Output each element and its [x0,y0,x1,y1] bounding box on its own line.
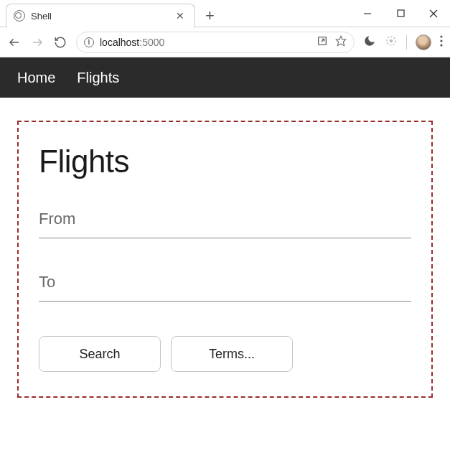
terms-button[interactable]: Terms... [171,336,293,372]
content-area: Flights From To Search Terms... [0,98,450,421]
nav-flights[interactable]: Flights [77,70,119,86]
window-controls [351,0,450,27]
toolbar-divider [406,35,407,50]
svg-point-10 [440,35,442,37]
app-navbar: Home Flights [0,57,450,98]
search-button[interactable]: Search [39,336,161,372]
bookmark-star-icon[interactable] [335,35,347,49]
form-container: Flights From To Search Terms... [17,121,433,398]
back-button[interactable] [7,35,22,50]
svg-point-12 [440,44,442,46]
browser-tab[interactable]: Shell ✕ [6,4,195,28]
from-input[interactable] [39,235,411,238]
profile-avatar[interactable] [416,34,431,50]
svg-marker-7 [336,36,345,45]
menu-icon[interactable] [440,35,443,50]
tab-title: Shell [31,11,52,22]
to-input[interactable] [39,299,411,302]
browser-toolbar: i localhost:5000 [0,27,450,57]
extension-icon[interactable] [385,34,398,50]
url-host: localhost [100,37,139,48]
from-label: From [39,210,411,228]
minimize-button[interactable] [351,0,384,27]
button-row: Search Terms... [39,336,411,372]
nav-home[interactable]: Home [17,70,55,86]
close-tab-icon[interactable]: ✕ [173,10,187,22]
globe-icon [14,10,25,22]
page-title: Flights [39,144,411,179]
svg-point-9 [390,39,393,42]
reload-button[interactable] [53,35,67,50]
dark-mode-icon[interactable] [363,34,376,50]
from-field: From [39,210,411,243]
to-field: To [39,273,411,306]
site-info-icon[interactable]: i [84,37,94,47]
titlebar: Shell ✕ + [0,0,450,27]
svg-rect-1 [398,10,404,17]
url-port: :5000 [139,37,164,48]
open-external-icon[interactable] [317,35,328,49]
close-window-button[interactable] [417,0,450,27]
maximize-button[interactable] [384,0,417,27]
svg-point-11 [440,39,442,42]
to-label: To [39,273,411,291]
address-bar[interactable]: i localhost:5000 [76,32,355,53]
new-tab-button[interactable]: + [205,8,215,24]
forward-button[interactable] [30,35,44,50]
